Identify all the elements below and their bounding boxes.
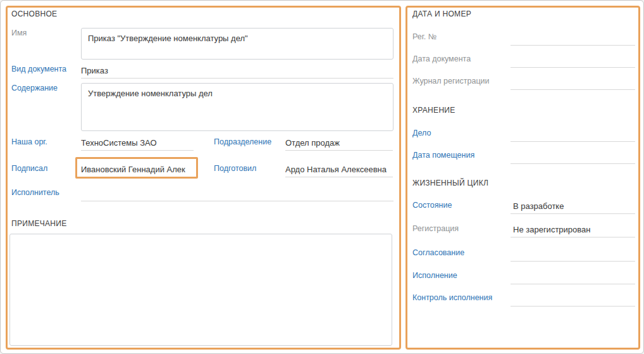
field-doc-kind-input[interactable]: Приказ [81, 65, 393, 79]
field-prepared-by-input[interactable]: Ардо Наталья Алексеевна [285, 164, 393, 177]
field-doc-date-label: Дата документа [412, 54, 471, 63]
field-execution-control-label: Контроль исполнения [412, 293, 492, 302]
section-title-note: ПРИМЕЧАНИЕ [11, 219, 67, 228]
field-name-label: Имя [11, 28, 27, 37]
field-our-org-label: Наша орг. [11, 137, 47, 146]
field-state-label: Состояние [412, 201, 452, 210]
field-state-input[interactable]: В разработке [511, 201, 635, 214]
field-placing-date-label: Дата помещения [412, 151, 474, 160]
field-assignee-label: Исполнитель [11, 188, 59, 197]
field-name-input[interactable]: Приказ "Утверждение номенклатуры дел" [81, 28, 393, 60]
document-card-window: ОСНОВНОЕ Имя Приказ "Утверждение номенкл… [0, 0, 644, 354]
section-title-date-number: ДАТА И НОМЕР [412, 9, 471, 18]
field-registration-label: Регистрация [412, 224, 459, 233]
field-subject-label: Содержание [11, 84, 58, 92]
section-title-storage: ХРАНЕНИЕ [412, 106, 455, 115]
field-reg-journal-input[interactable] [511, 77, 635, 90]
field-note-input[interactable] [9, 234, 392, 346]
field-our-org-input[interactable]: ТехноСистемы ЗАО [81, 137, 194, 151]
field-doc-date-input[interactable] [511, 54, 635, 68]
section-title-main: ОСНОВНОЕ [11, 9, 57, 18]
field-department-input[interactable]: Отдел продаж [285, 137, 393, 151]
field-execution-input[interactable] [511, 271, 635, 284]
field-execution-label: Исполнение [412, 271, 457, 280]
field-approval-label: Согласование [412, 248, 464, 257]
field-registration-input[interactable]: Не зарегистрирован [511, 224, 635, 237]
field-placing-date-input[interactable] [511, 151, 635, 164]
field-assignee-input[interactable] [81, 188, 393, 201]
field-case-file-input[interactable] [511, 129, 635, 142]
field-case-file-label: Дело [412, 129, 431, 137]
section-title-lifecycle: ЖИЗНЕННЫЙ ЦИКЛ [412, 179, 488, 187]
field-signed-by-input[interactable]: Ивановский Геннадий Алек [81, 164, 194, 177]
field-department-label: Подразделение [214, 137, 271, 146]
field-doc-kind-label: Вид документа [11, 65, 66, 73]
field-reg-journal-label: Журнал регистрации [412, 77, 490, 85]
field-reg-number-input[interactable] [511, 32, 635, 46]
field-approval-input[interactable] [511, 248, 635, 262]
field-prepared-by-label: Подготовил [214, 164, 256, 173]
field-reg-number-label: Рег. № [412, 32, 437, 41]
field-execution-control-input[interactable] [511, 293, 635, 307]
field-subject-input[interactable]: Утверждение номенклатуры дел [81, 83, 393, 131]
field-signed-by-label: Подписал [11, 164, 47, 173]
